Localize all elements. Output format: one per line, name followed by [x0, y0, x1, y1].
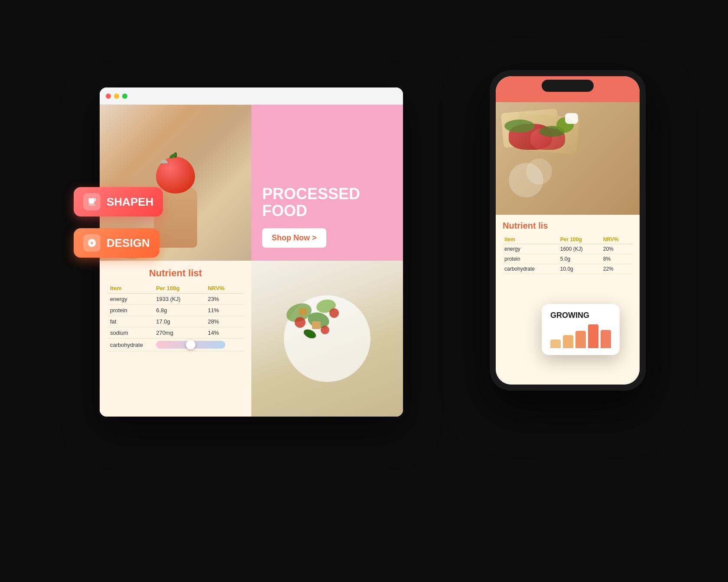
table-row: carbohydrate 10.0g 22% — [503, 264, 633, 274]
browser-content: PROCESSED FOOD Shop Now > Nutrient list … — [100, 105, 403, 417]
col-item: Item — [107, 283, 153, 294]
bar-3 — [575, 331, 586, 348]
table-row: protein 6.8g 11% — [107, 305, 244, 316]
bar-1 — [550, 340, 561, 348]
phone-notch — [542, 80, 594, 92]
table-row-progress: carbohydrate — [107, 339, 244, 351]
phone-food-section — [496, 76, 640, 215]
phone-food-image — [496, 102, 640, 215]
bar-5 — [601, 330, 611, 348]
bar-2 — [563, 335, 573, 348]
growing-card: GROWING — [542, 304, 620, 355]
growing-label: GROWING — [550, 311, 611, 320]
cell-processed: PROCESSED FOOD Shop Now > — [251, 105, 403, 261]
shop-now-button[interactable]: Shop Now > — [262, 228, 326, 248]
dot-green — [122, 94, 127, 99]
bar-4 — [588, 324, 598, 348]
cell-salad — [251, 261, 403, 417]
nutrient-table: Item Per 100g NRV% energy 1933 (KJ) 23% — [107, 283, 244, 351]
table-row: fat 17.0g 28% — [107, 316, 244, 327]
cell-nutrient: Nutrient list Item Per 100g NRV% energy — [100, 261, 251, 417]
bar-chart — [550, 324, 611, 348]
scene: PROCESSED FOOD Shop Now > Nutrient list … — [82, 53, 646, 529]
table-row: protein 5.0g 8% — [503, 254, 633, 264]
phone-nutrient-table: item Per 100g NRV% energy 1600 (KJ) 20% … — [503, 235, 633, 274]
shapeh-icon — [83, 193, 101, 210]
phone-deco-circle2 — [526, 158, 552, 184]
dot-red — [106, 94, 111, 99]
design-icon — [83, 234, 101, 252]
float-shapeh: SHAPEH — [74, 187, 163, 217]
processed-food-title: PROCESSED FOOD — [262, 185, 392, 220]
shapeh-label: SHAPEH — [107, 195, 153, 209]
table-row: energy 1600 (KJ) 20% — [503, 244, 633, 254]
table-row: sodium 270mg 14% — [107, 327, 244, 339]
col-per100: Per 100g — [153, 283, 205, 294]
col-nrv: NRV% — [205, 283, 244, 294]
phone-nutrient-title: Nutrient lis — [503, 221, 633, 231]
browser-toolbar — [100, 87, 403, 105]
float-design: DESIGN — [74, 228, 159, 258]
design-label: DESIGN — [107, 236, 150, 250]
table-row: energy 1933 (KJ) 23% — [107, 294, 244, 305]
salad-image — [251, 261, 403, 417]
phone-nutrient-section: Nutrient lis item Per 100g NRV% energy 1… — [496, 215, 640, 385]
nutrient-list-title: Nutrient list — [107, 268, 244, 279]
dot-yellow — [114, 94, 119, 99]
